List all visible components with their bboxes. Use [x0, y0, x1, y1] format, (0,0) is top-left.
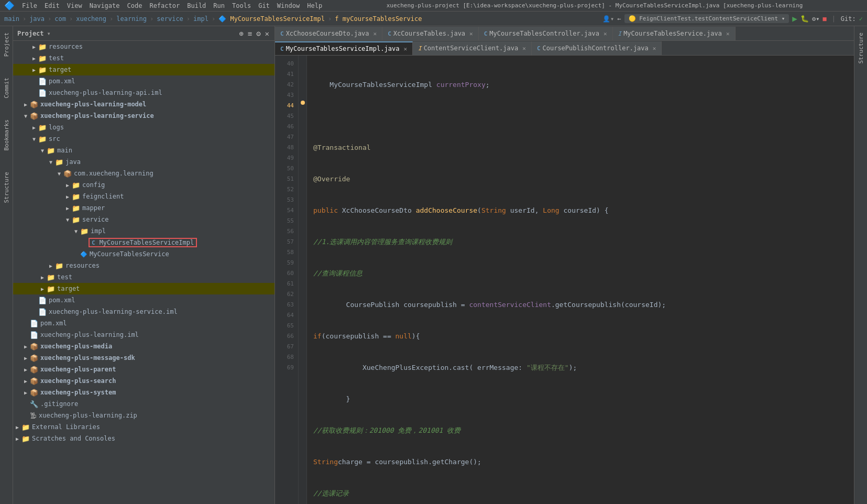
tab-close-3[interactable]: ✕ [603, 30, 607, 37]
sidebar-dropdown-icon[interactable]: ▾ [47, 30, 51, 37]
menu-build[interactable]: Build [184, 1, 209, 10]
menu-run[interactable]: Run [210, 1, 228, 10]
tab-close-6[interactable]: ✕ [653, 45, 656, 52]
tree-item-target-1[interactable]: ▶ 📁 target [13, 64, 275, 75]
nav-learning[interactable]: learning [116, 15, 147, 23]
left-vtab-panel: Project Commit Bookmarks Structure [0, 26, 13, 504]
vtab-right-structure[interactable]: Structure [855, 28, 866, 68]
tree-item-pom2[interactable]: ▶ 📄 pom.xml [13, 294, 275, 306]
menu-tools[interactable]: Tools [229, 1, 254, 10]
menu-code[interactable]: Code [124, 1, 146, 10]
code-content[interactable]: MyCourseTablesServiceImpl currentProxy; … [307, 56, 854, 504]
nav-service[interactable]: service [157, 15, 183, 23]
tab-xccoursetables[interactable]: C XcCourseTables.java ✕ [382, 27, 479, 40]
tab-close-5[interactable]: ✕ [522, 45, 526, 52]
tree-item-pom1[interactable]: ▶ 📄 pom.xml [13, 75, 275, 87]
tree-item-mapper[interactable]: ▶ 📁 mapper [13, 202, 275, 214]
tree-item-main[interactable]: ▼ 📁 main [13, 145, 275, 156]
nav-impl[interactable]: impl [193, 15, 208, 23]
menu-file[interactable]: File [19, 1, 40, 10]
code-line-46: //查询课程信息 [313, 268, 854, 279]
vcs-user-icon: 👤▾ [602, 15, 614, 23]
tree-item-package[interactable]: ▼ 📦 com.xuecheng.learning [13, 168, 275, 179]
menu-view[interactable]: View [64, 1, 85, 10]
tree-item-gitignore[interactable]: ▶ 🔧 .gitignore [13, 398, 275, 410]
tab-close-4[interactable]: ✕ [726, 30, 730, 37]
tab-coursepublishcontroller[interactable]: C CoursePublishController.java ✕ [532, 41, 662, 55]
tree-item-scratches[interactable]: ▶ 📁 Scratches and Consoles [13, 433, 275, 444]
tree-item-iml2[interactable]: ▶ 📄 xuecheng-plus-learning-service.iml [13, 306, 275, 317]
code-editor[interactable]: 40 41 42 43 44 45 46 47 48 49 50 51 52 5… [275, 56, 854, 504]
tree-item-impl-folder[interactable]: ▼ 📁 impl [13, 225, 275, 237]
menu-navigate[interactable]: Navigate [86, 1, 123, 10]
tree-item-pom3[interactable]: ▶ 📄 pom.xml [13, 317, 275, 329]
tree-item-system[interactable]: ▶ 📦 xuecheng-plus-system [13, 387, 275, 398]
nav-class[interactable]: 🔷 MyCourseTablesServiceImpl [218, 15, 325, 23]
vtab-structure[interactable]: Structure [1, 168, 12, 207]
tab-close-1[interactable]: ✕ [374, 30, 377, 37]
tree-item-logs[interactable]: ▶ 📁 logs [13, 122, 275, 133]
tree-item-zip[interactable]: ▶ 🗜 xuecheng-plus-learning.zip [13, 410, 275, 421]
tree-item-config[interactable]: ▶ 📁 config [13, 179, 275, 191]
git-status: ✓ [859, 15, 863, 23]
tree-item-media[interactable]: ▶ 📦 xuecheng-plus-media [13, 341, 275, 352]
tree-item-service-folder[interactable]: ▼ 📁 service [13, 214, 275, 225]
vtab-project[interactable]: Project [1, 28, 12, 61]
menu-edit[interactable]: Edit [41, 1, 63, 10]
vtab-commit[interactable]: Commit [1, 73, 12, 103]
sidebar-settings-icon[interactable]: ⚙ [255, 28, 261, 39]
nav-main[interactable]: main [4, 15, 19, 23]
right-vtab-panel: Structure [854, 26, 867, 504]
sidebar-header: Project ▾ ⊕ ≡ ⚙ ✕ [13, 26, 275, 41]
tree-item-message-sdk[interactable]: ▶ 📦 xuecheng-plus-message-sdk [13, 352, 275, 364]
sidebar-close-icon[interactable]: ✕ [264, 28, 270, 39]
tree-item-learning-service-module[interactable]: ▼ 📦 xuecheng-plus-learning-service [13, 110, 275, 122]
tree-item-learning-model[interactable]: ▶ 📦 xuecheng-plus-learning-model [13, 98, 275, 110]
tree-item-feignclient[interactable]: ▶ 📁 feignclient [13, 191, 275, 202]
tree-item-mycoursetablesservice[interactable]: ▶ 🔷 MyCourseTablesService [13, 248, 275, 260]
tab-mycoursetablesservice[interactable]: I MyCourseTablesService.java ✕ [613, 27, 736, 40]
tree-item-resources[interactable]: ▶ 📁 resources [13, 41, 275, 52]
tab-close-impl[interactable]: ✕ [403, 46, 407, 52]
tree-item-java[interactable]: ▼ 📁 java [13, 156, 275, 168]
menu-window[interactable]: Window [274, 1, 303, 10]
more-run-options[interactable]: ⚙▾ [812, 15, 819, 23]
tree-item-resources2[interactable]: ▶ 📁 resources [13, 260, 275, 271]
tree-item-test[interactable]: ▶ 📁 test [13, 52, 275, 64]
project-sidebar: Project ▾ ⊕ ≡ ⚙ ✕ ▶ 📁 resources ▶ 📁 test [13, 26, 275, 504]
code-line-42: @Transactional [313, 143, 854, 153]
run-config-selector[interactable]: 🟡 FeignClientTest.testContentServiceClie… [624, 14, 789, 23]
vtab-bookmarks[interactable]: Bookmarks [1, 115, 12, 155]
stop-button[interactable]: ■ [822, 15, 826, 23]
run-button[interactable]: ▶ [792, 14, 797, 24]
tree-item-test2[interactable]: ▶ 📁 test [13, 271, 275, 283]
navigate-back-icon[interactable]: ← [617, 15, 621, 23]
nav-com[interactable]: com [54, 15, 66, 23]
tree-item-target2[interactable]: ▶ 📁 target [13, 283, 275, 294]
tree-item-iml3[interactable]: ▶ 📄 xuecheng-plus-learning.iml [13, 329, 275, 341]
tree-item-mycoursetablesserviceimpl[interactable]: ▶ C MyCourseTablesServiceImpl [13, 237, 275, 248]
nav-method[interactable]: f myCourseTablesService [335, 15, 422, 23]
tab-xcchoosequrse[interactable]: C XcChooseCourseDto.java ✕ [275, 27, 382, 40]
menu-help[interactable]: Help [304, 1, 325, 10]
tree-item-external-libs[interactable]: ▶ 📁 External Libraries [13, 421, 275, 433]
code-line-47: CoursePublish coursepublish = contentSer… [313, 300, 854, 310]
tab-mycoursetablesserviceimpl[interactable]: C MyCourseTablesServiceImpl.java ✕ [275, 41, 413, 55]
tab-icon-c2: C [388, 30, 391, 37]
tab-icon-i1: I [618, 30, 622, 37]
sidebar-locate-icon[interactable]: ⊕ [238, 28, 244, 39]
tab-close-2[interactable]: ✕ [469, 30, 473, 37]
nav-xuecheng[interactable]: xuecheng [76, 15, 106, 23]
debug-button[interactable]: 🐛 [800, 15, 809, 23]
tree-item-parent[interactable]: ▶ 📦 xuecheng-plus-parent [13, 364, 275, 375]
tree-item-iml1[interactable]: ▶ 📄 xuecheng-plus-learning-api.iml [13, 87, 275, 98]
tree-item-src[interactable]: ▼ 📁 src [13, 133, 275, 145]
sidebar-collapse-icon[interactable]: ≡ [247, 28, 253, 39]
menu-refactor[interactable]: Refactor [146, 1, 183, 10]
code-line-49: XueChengPlusException.cast( errMessage: … [313, 363, 854, 373]
menu-git[interactable]: Git [255, 1, 273, 10]
tab-mycoursetablescontroller[interactable]: C MyCourseTablesController.java ✕ [479, 27, 613, 40]
tab-contentserviceclient[interactable]: I ContentServiceClient.java ✕ [413, 41, 532, 55]
nav-java[interactable]: java [29, 15, 45, 23]
tree-item-search[interactable]: ▶ 📦 xuecheng-plus-search [13, 375, 275, 387]
